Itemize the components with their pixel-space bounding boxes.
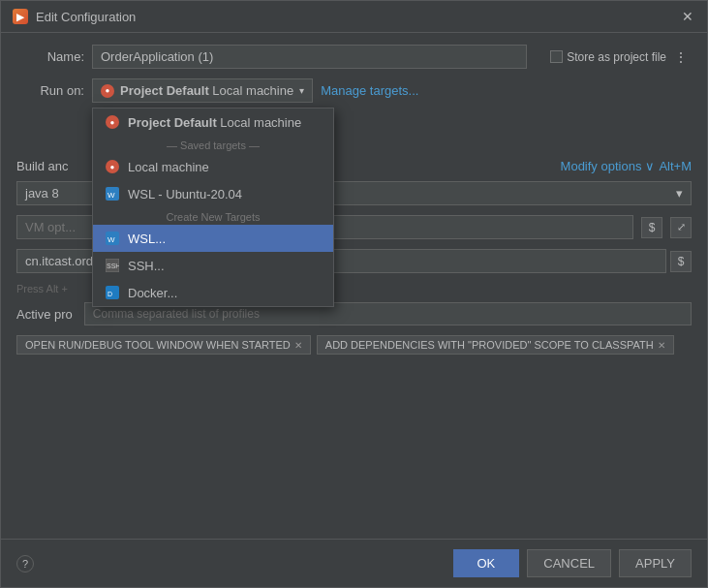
run-on-value: Project Default Local machine xyxy=(120,83,293,98)
svg-text:W: W xyxy=(108,235,115,244)
modify-options-arrow: ∨ xyxy=(645,159,655,173)
tag-add-dependencies[interactable]: ADD DEPENDENCIES WITH "PROVIDED" SCOPE T… xyxy=(317,335,674,355)
ssh-icon: SSH xyxy=(105,258,120,273)
help-button[interactable]: ? xyxy=(16,555,34,573)
tag-add-dependencies-label: ADD DEPENDENCIES WITH "PROVIDED" SCOPE T… xyxy=(325,339,654,351)
name-label: Name: xyxy=(16,49,84,64)
run-on-dropdown-menu: ● Project Default Local machine — Saved … xyxy=(92,108,334,307)
store-label: Store as project file xyxy=(567,50,666,64)
local-machine-label: Local machine xyxy=(128,160,209,174)
tags-row: OPEN RUN/DEBUG TOOL WINDOW WHEN STARTED … xyxy=(16,335,692,355)
modify-options-link[interactable]: Modify options ∨ Alt+M xyxy=(561,159,692,173)
project-default-label: Project Default Local machine xyxy=(128,115,301,130)
dropdown-item-wsl-existing[interactable]: W WSL - Ubuntu-20.04 xyxy=(93,180,333,207)
dialog-title: Edit Configuration xyxy=(36,10,136,24)
run-on-row: Run on: ● Project Default Local machine … xyxy=(16,78,692,103)
edit-configuration-dialog: ▶ Edit Configuration ✕ Name: Store as pr… xyxy=(0,0,708,588)
dropdown-item-ssh[interactable]: SSH SSH... xyxy=(93,252,333,279)
tag-open-run-debug[interactable]: OPEN RUN/DEBUG TOOL WINDOW WHEN STARTED … xyxy=(16,335,311,355)
wsl-existing-icon: W xyxy=(105,186,120,201)
more-button[interactable]: ⋮ xyxy=(670,47,692,67)
name-row: Name: Store as project file ⋮ xyxy=(16,45,692,69)
dialog-body: Name: Store as project file ⋮ Run on: ● … xyxy=(1,33,707,539)
run-on-icon: ● xyxy=(101,84,114,98)
vm-dollar-button[interactable]: $ xyxy=(641,217,662,238)
cancel-button[interactable]: CANCEL xyxy=(527,549,611,577)
ok-button[interactable]: OK xyxy=(453,549,520,577)
apply-button[interactable]: APPLY xyxy=(619,549,692,577)
dropdown-item-local[interactable]: ● Local machine xyxy=(93,153,333,180)
run-on-dropdown[interactable]: ● Project Default Local machine ▾ xyxy=(92,78,313,103)
dropdown-item-project-default[interactable]: ● Project Default Local machine xyxy=(93,108,333,136)
docker-label: Docker... xyxy=(128,286,177,300)
tag-open-run-debug-remove[interactable]: ✕ xyxy=(294,340,302,351)
dropdown-item-wsl-new[interactable]: W WSL... xyxy=(93,225,333,252)
docker-icon: D xyxy=(105,285,120,300)
build-label: Build anc xyxy=(16,159,68,173)
footer-buttons: OK CANCEL APPLY xyxy=(453,549,693,577)
manage-targets-link[interactable]: Manage targets... xyxy=(321,83,418,98)
project-default-icon: ● xyxy=(105,114,120,130)
main-class-dollar-button[interactable]: $ xyxy=(670,251,692,272)
create-new-targets-header: Create New Targets xyxy=(93,207,333,225)
java-select[interactable]: java 8 xyxy=(16,181,94,205)
modify-options-label: Modify options xyxy=(561,159,642,173)
svg-text:SSH: SSH xyxy=(107,263,119,269)
wsl-existing-label: WSL - Ubuntu-20.04 xyxy=(128,187,242,201)
dropdown-arrow-icon: ▾ xyxy=(299,85,304,96)
saved-targets-header: — Saved targets — xyxy=(93,136,333,153)
title-bar-left: ▶ Edit Configuration xyxy=(13,9,136,24)
wsl-new-label: WSL... xyxy=(128,232,166,246)
active-profiles-label: Active pro xyxy=(16,307,73,322)
close-button[interactable]: ✕ xyxy=(680,9,695,24)
title-bar: ▶ Edit Configuration ✕ xyxy=(1,1,707,33)
name-input[interactable] xyxy=(92,45,527,69)
ssh-label: SSH... xyxy=(128,259,165,273)
svg-text:D: D xyxy=(108,291,112,297)
vm-expand-button[interactable]: ⤢ xyxy=(670,217,692,238)
run-on-label: Run on: xyxy=(16,83,84,98)
tag-add-dependencies-remove[interactable]: ✕ xyxy=(658,340,665,351)
svg-text:W: W xyxy=(108,191,115,200)
dropdown-item-docker[interactable]: D Docker... xyxy=(93,279,333,306)
modify-options-shortcut: Alt+M xyxy=(659,159,692,173)
tag-open-run-debug-label: OPEN RUN/DEBUG TOOL WINDOW WHEN STARTED xyxy=(25,339,291,351)
dialog-footer: ? OK CANCEL APPLY xyxy=(1,539,707,587)
store-checkbox-area: Store as project file ⋮ xyxy=(550,47,692,67)
local-machine-icon: ● xyxy=(105,159,120,174)
app-icon: ▶ xyxy=(13,9,28,24)
wsl-new-icon: W xyxy=(105,231,120,246)
store-checkbox[interactable] xyxy=(550,50,563,63)
